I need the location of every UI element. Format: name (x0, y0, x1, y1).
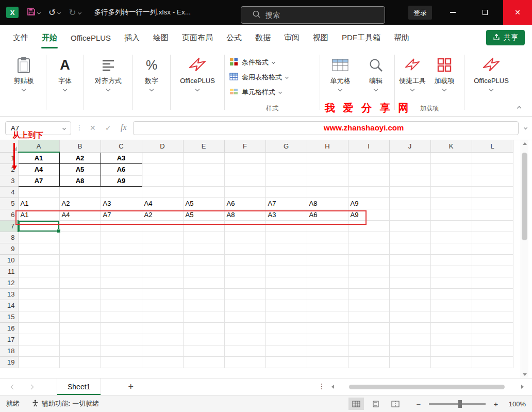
cell-styles-dropdown-icon[interactable] (278, 90, 282, 94)
cell-H15[interactable] (307, 311, 348, 322)
cell-E1[interactable] (183, 152, 224, 163)
cell-L11[interactable] (472, 266, 513, 277)
number-button[interactable]: % 数字 (135, 51, 169, 116)
cell-C2[interactable]: A6 (101, 163, 142, 175)
next-sheet-icon[interactable] (29, 384, 34, 389)
save-dropdown-icon[interactable] (37, 10, 41, 14)
save-button[interactable] (27, 7, 40, 18)
cell-K14[interactable] (430, 300, 472, 311)
cell-styles-button[interactable]: 单元格样式 (226, 85, 318, 100)
tab-help[interactable]: 帮助 (387, 25, 416, 51)
cell-J10[interactable] (389, 254, 430, 266)
cell-K18[interactable] (430, 345, 472, 356)
cell-H19[interactable] (307, 356, 348, 368)
cell-L3[interactable] (472, 175, 513, 186)
cell-J16[interactable] (389, 322, 430, 334)
row-header-7[interactable]: 7 (0, 220, 18, 232)
cell-H1[interactable] (307, 152, 348, 163)
cell-B17[interactable] (59, 334, 101, 345)
cell-G1[interactable] (265, 152, 307, 163)
cell-J17[interactable] (389, 334, 430, 345)
cell-A12[interactable] (18, 277, 59, 288)
cell-D3[interactable] (142, 175, 183, 186)
cell-E3[interactable] (183, 175, 224, 186)
cell-F6[interactable]: A8 (224, 209, 265, 220)
cell-L16[interactable] (472, 322, 513, 334)
cell-C13[interactable] (101, 288, 142, 300)
vertical-scrollbar-thumb[interactable] (522, 153, 527, 240)
cell-C14[interactable] (101, 300, 142, 311)
cell-B12[interactable] (59, 277, 101, 288)
cell-D1[interactable] (142, 152, 183, 163)
prev-sheet-icon[interactable] (11, 384, 16, 389)
cell-A8[interactable] (18, 232, 59, 243)
cell-D11[interactable] (142, 266, 183, 277)
redo-dropdown-icon[interactable] (77, 10, 81, 14)
zoom-out-icon[interactable]: − (415, 400, 422, 408)
cell-K3[interactable] (430, 175, 472, 186)
cell-C9[interactable] (101, 243, 142, 254)
cell-L1[interactable] (472, 152, 513, 163)
horizontal-scrollbar-thumb[interactable] (349, 385, 505, 389)
cell-E14[interactable] (183, 300, 224, 311)
cell-F2[interactable] (224, 163, 265, 175)
cell-E13[interactable] (183, 288, 224, 300)
cell-C4[interactable] (101, 186, 142, 197)
conditional-formatting-button[interactable]: 条件格式 (226, 55, 318, 70)
cell-I1[interactable] (348, 152, 389, 163)
cell-K9[interactable] (430, 243, 472, 254)
row-header-1[interactable]: 1 (0, 152, 18, 163)
column-header-L[interactable]: L (472, 140, 513, 152)
addins-dropdown-icon[interactable] (442, 87, 446, 91)
cell-A9[interactable] (18, 243, 59, 254)
row-header-18[interactable]: 18 (0, 345, 18, 356)
cell-C10[interactable] (101, 254, 142, 266)
tab-page-layout[interactable]: 页面布局 (175, 25, 220, 51)
cell-C18[interactable] (101, 345, 142, 356)
cell-F12[interactable] (224, 277, 265, 288)
tab-file[interactable]: 文件 (6, 25, 35, 51)
cell-L10[interactable] (472, 254, 513, 266)
cell-G15[interactable] (265, 311, 307, 322)
scroll-up-icon[interactable] (523, 142, 527, 145)
cell-J5[interactable] (389, 197, 430, 209)
cell-I4[interactable] (348, 186, 389, 197)
tab-review[interactable]: 审阅 (277, 25, 306, 51)
excel-app-icon[interactable]: X (6, 7, 19, 18)
cell-D4[interactable] (142, 186, 183, 197)
cell-B11[interactable] (59, 266, 101, 277)
select-all-corner[interactable] (0, 140, 18, 152)
page-layout-view-button[interactable] (368, 398, 384, 410)
cell-A6[interactable]: A1 (18, 209, 59, 220)
cell-B13[interactable] (59, 288, 101, 300)
cell-G8[interactable] (265, 232, 307, 243)
sign-in-button[interactable]: 登录 (408, 6, 432, 20)
collapse-ribbon-icon[interactable] (517, 106, 521, 110)
close-button[interactable]: ✕ (503, 0, 532, 25)
horizontal-scrollbar[interactable] (331, 378, 524, 395)
column-header-E[interactable]: E (183, 140, 224, 152)
cell-E17[interactable] (183, 334, 224, 345)
tab-data[interactable]: 数据 (248, 25, 277, 51)
cell-L2[interactable] (472, 163, 513, 175)
cell-B5[interactable]: A2 (59, 197, 101, 209)
cell-K4[interactable] (430, 186, 472, 197)
accessibility-status[interactable]: 辅助功能: 一切就绪 (32, 399, 99, 408)
row-header-11[interactable]: 11 (0, 266, 18, 277)
cell-H13[interactable] (307, 288, 348, 300)
cell-L9[interactable] (472, 243, 513, 254)
search-box[interactable] (241, 6, 385, 24)
cell-L15[interactable] (472, 311, 513, 322)
cell-D15[interactable] (142, 311, 183, 322)
cell-A4[interactable] (18, 186, 59, 197)
cell-K10[interactable] (430, 254, 472, 266)
font-button[interactable]: A 字体 (48, 51, 82, 116)
cell-F19[interactable] (224, 356, 265, 368)
row-header-6[interactable]: 6 (0, 209, 18, 220)
cell-I12[interactable] (348, 277, 389, 288)
cell-C8[interactable] (101, 232, 142, 243)
cell-G14[interactable] (265, 300, 307, 311)
cell-I17[interactable] (348, 334, 389, 345)
drag-handle-icon[interactable]: ⋮ (76, 124, 83, 131)
column-header-H[interactable]: H (307, 140, 348, 152)
